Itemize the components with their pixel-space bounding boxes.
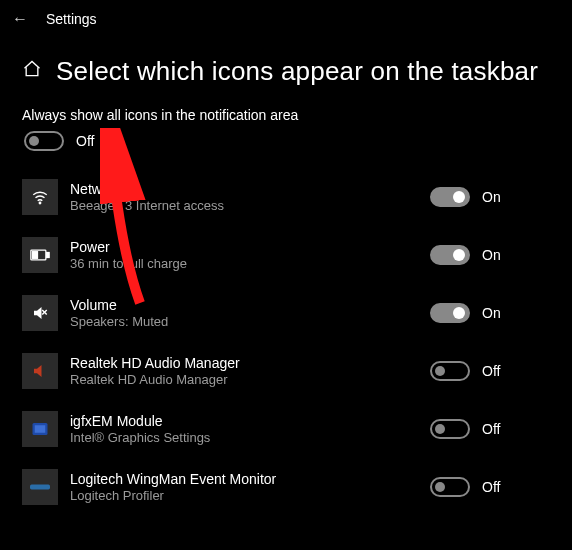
item-toggle-state: On xyxy=(482,305,501,321)
item-toggle-state: Off xyxy=(482,479,500,495)
realtek-icon xyxy=(22,353,58,389)
master-toggle-state: Off xyxy=(76,133,94,149)
volume-mute-icon xyxy=(22,295,58,331)
list-item: Realtek HD Audio ManagerRealtek HD Audio… xyxy=(22,347,550,395)
item-toggle[interactable] xyxy=(430,303,470,323)
list-item: Power36 min to full chargeOn xyxy=(22,231,550,279)
item-toggle-state: On xyxy=(482,247,501,263)
master-toggle-label: Always show all icons in the notificatio… xyxy=(22,107,550,123)
item-title: Volume xyxy=(70,297,418,313)
item-title: igfxEM Module xyxy=(70,413,418,429)
item-subtitle: 36 min to full charge xyxy=(70,256,418,271)
item-title: Network xyxy=(70,181,418,197)
item-subtitle: Realtek HD Audio Manager xyxy=(70,372,418,387)
svg-rect-8 xyxy=(30,485,50,490)
item-toggle[interactable] xyxy=(430,419,470,439)
item-toggle-state: Off xyxy=(482,421,500,437)
list-item: igfxEM ModuleIntel® Graphics SettingsOff xyxy=(22,405,550,453)
logitech-icon xyxy=(22,469,58,505)
page-title: Select which icons appear on the taskbar xyxy=(56,56,538,87)
item-toggle[interactable] xyxy=(430,245,470,265)
item-subtitle: Intel® Graphics Settings xyxy=(70,430,418,445)
home-icon[interactable] xyxy=(22,59,42,84)
item-toggle[interactable] xyxy=(430,187,470,207)
item-subtitle: Speakers: Muted xyxy=(70,314,418,329)
item-title: Logitech WingMan Event Monitor xyxy=(70,471,418,487)
item-toggle[interactable] xyxy=(430,477,470,497)
back-icon[interactable]: ← xyxy=(12,10,28,28)
item-subtitle: Logitech Profiler xyxy=(70,488,418,503)
svg-point-0 xyxy=(39,202,41,204)
svg-rect-7 xyxy=(35,425,46,433)
settings-label: Settings xyxy=(46,11,97,27)
item-toggle-state: On xyxy=(482,189,501,205)
item-toggle[interactable] xyxy=(430,361,470,381)
svg-rect-3 xyxy=(33,252,38,259)
wifi-icon xyxy=(22,179,58,215)
item-subtitle: Beeagey 3 Internet access xyxy=(70,198,418,213)
item-toggle-state: Off xyxy=(482,363,500,379)
battery-icon xyxy=(22,237,58,273)
list-item: NetworkBeeagey 3 Internet accessOn xyxy=(22,173,550,221)
list-item: VolumeSpeakers: MutedOn xyxy=(22,289,550,337)
item-title: Realtek HD Audio Manager xyxy=(70,355,418,371)
item-title: Power xyxy=(70,239,418,255)
svg-rect-2 xyxy=(47,253,50,258)
intel-icon xyxy=(22,411,58,447)
master-toggle[interactable] xyxy=(24,131,64,151)
list-item: Logitech WingMan Event MonitorLogitech P… xyxy=(22,463,550,511)
